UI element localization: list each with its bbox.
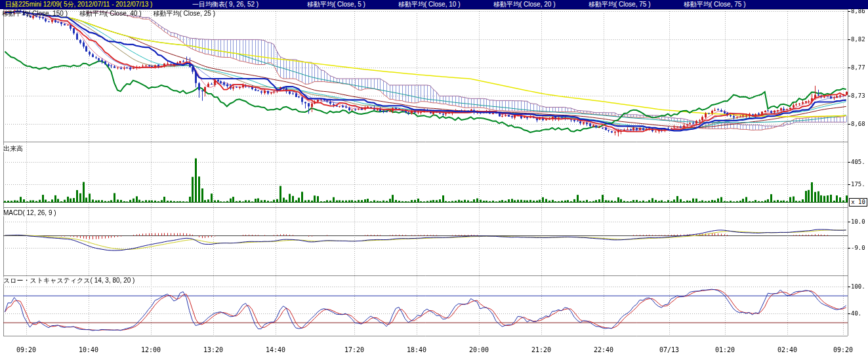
price-chart-canvas[interactable] bbox=[0, 0, 868, 360]
indicator-label-ma75-2: 移動平均( Close, 75 ) bbox=[684, 1, 745, 9]
indicator-label-ma25: 移動平均( Close, 25 ) bbox=[154, 10, 215, 18]
header-bar: 日経225mini 12/09( 5分, 2012/07/11 - 2012/0… bbox=[0, 0, 868, 9]
volume-unit-badge: x 10 bbox=[849, 198, 867, 207]
indicator-label-ma40: 移動平均( Close, 40 ) bbox=[79, 10, 141, 18]
indicator-label-ma5: 移動平均( Close, 5 ) bbox=[307, 1, 365, 9]
instrument-title: 日経225mini 12/09( 5分, 2012/07/11 - 2012/0… bbox=[5, 1, 152, 9]
indicator-label-ma75: 移動平均( Close, 75 ) bbox=[589, 1, 650, 9]
indicator-label-ma20: 移動平均( Close, 20 ) bbox=[493, 1, 555, 9]
indicator-label-ichimoku: 一目均衡表( 9, 26, 52 ) bbox=[192, 1, 258, 9]
volume-pane-title: 出来高 bbox=[3, 145, 23, 152]
trading-chart-window: 日経225mini 12/09( 5分, 2012/07/11 - 2012/0… bbox=[0, 0, 868, 360]
macd-pane-title: MACD( 12, 26, 9 ) bbox=[3, 209, 56, 216]
indicator-label-ma10: 移動平均( Close, 10 ) bbox=[398, 1, 460, 9]
stoch-pane-title: スロー・ストキャスティクス( 14, 3, 80, 20 ) bbox=[3, 277, 134, 284]
indicator-label-ma150: 移動平均( Close, 150 ) bbox=[2, 10, 68, 18]
header-row2: 移動平均( Close, 150 ) 移動平均( Close, 40 ) 移動平… bbox=[2, 10, 215, 18]
